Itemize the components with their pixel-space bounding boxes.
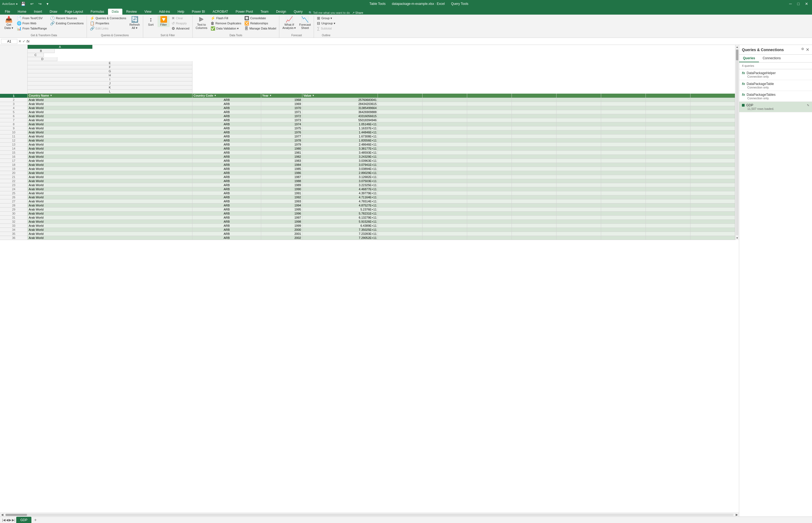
cell-f[interactable] [423,207,467,211]
cell-k[interactable] [646,167,690,171]
cell-l[interactable] [690,134,735,138]
cell-i[interactable] [557,199,601,203]
cell-j[interactable] [601,146,646,150]
cell-g[interactable] [467,126,512,130]
cell-value[interactable]: 3.03894E+11 [302,167,378,171]
cell-f[interactable] [423,118,467,122]
cell-country-code[interactable]: ARB [192,195,261,199]
cell-e[interactable] [378,223,423,228]
cell-country-code[interactable]: ARB [192,126,261,130]
share-button[interactable]: ↗ Share [352,11,363,15]
cell-year[interactable]: 1988 [261,179,302,183]
cell-year[interactable]: 2000 [261,228,302,232]
add-sheet-button[interactable]: + [32,517,39,523]
cell-value[interactable]: 3.03963E+11 [302,159,378,163]
remove-duplicates-button[interactable]: 🗑 Remove Duplicates [209,21,243,26]
scroll-up-button[interactable]: ▲ [736,45,739,49]
cell-year[interactable]: 1996 [261,211,302,215]
cell-k[interactable] [646,232,690,236]
tab-home[interactable]: Home [14,8,30,15]
cell-year[interactable]: 1976 [261,130,302,134]
data-validation-button[interactable]: ✅ Data Validation ▾ [209,26,243,31]
cell-f[interactable] [423,215,467,219]
cell-year[interactable]: 2001 [261,232,302,236]
cell-year[interactable]: 1969 [261,102,302,106]
cell-f[interactable] [423,142,467,146]
cell-k[interactable] [646,219,690,223]
search-ribbon[interactable]: 🔍 Tell me what you want to do [308,11,350,15]
header-country-name[interactable]: Country Name ▼ [28,94,192,98]
col-header-I[interactable]: I [28,77,192,82]
cell-h[interactable] [512,179,557,183]
cell-year[interactable]: 1970 [261,106,302,110]
from-table-button[interactable]: 📊 From Table/Range [15,26,48,31]
cell-k[interactable] [646,195,690,199]
cell-i[interactable] [557,138,601,142]
cell-value[interactable]: 3.22325E+11 [302,183,378,187]
nav-first-icon[interactable]: |◀ [2,518,5,522]
cell-h[interactable] [512,130,557,134]
cell-l[interactable] [690,232,735,236]
redo-button[interactable]: ↪ [37,1,43,6]
cell-year[interactable]: 1977 [261,134,302,138]
cell-l[interactable] [690,219,735,223]
cell-i[interactable] [557,219,601,223]
cell-l[interactable] [690,223,735,228]
cell-l[interactable] [690,138,735,142]
cell-k[interactable] [646,138,690,142]
cell-l[interactable] [690,171,735,175]
cell-h[interactable] [512,211,557,215]
cell-h[interactable] [512,215,557,219]
cell-year[interactable]: 1968 [261,98,302,102]
cell-country-code[interactable]: ARB [192,228,261,232]
cell-year[interactable]: 1980 [261,146,302,150]
cell-h[interactable] [512,134,557,138]
cell-country-name[interactable]: Arab World [28,114,192,118]
cell-i[interactable] [557,183,601,187]
cell-h[interactable] [512,110,557,114]
cell-f[interactable] [423,114,467,118]
scroll-track[interactable] [736,50,738,235]
cell-l[interactable] [690,150,735,155]
tab-file[interactable]: File [1,8,14,15]
cell-k[interactable] [646,187,690,191]
cell-f[interactable] [423,228,467,232]
cell-country-name[interactable]: Arab World [28,167,192,171]
cell-i[interactable] [557,171,601,175]
cell-e[interactable] [378,219,423,223]
tab-connections[interactable]: Connections [759,55,785,62]
cell-country-name[interactable]: Arab World [28,159,192,163]
cell-k[interactable] [646,134,690,138]
sort-button[interactable]: ↕️ Sort [145,16,157,27]
cell-l[interactable] [690,228,735,232]
cell-k[interactable] [646,106,690,110]
queries-connections-button[interactable]: ⚡ Queries & Connections [89,16,127,21]
cell-value[interactable]: 1.05146E+11 [302,122,378,126]
cell-h[interactable] [512,191,557,195]
cell-h[interactable] [512,236,557,240]
cell-g[interactable] [467,102,512,106]
cell-k[interactable] [646,163,690,167]
cell-k[interactable] [646,122,690,126]
cancel-formula-icon[interactable]: ✕ [18,39,21,43]
cell-l[interactable] [690,122,735,126]
cell-e[interactable] [378,179,423,183]
cell-f[interactable] [423,232,467,236]
cell-year[interactable]: 1986 [261,171,302,175]
cell-g[interactable] [467,199,512,203]
clear-button[interactable]: ✖ Clear [170,16,191,21]
cell-country-code[interactable]: ARB [192,179,261,183]
cell-year[interactable]: 1984 [261,163,302,167]
cell-g[interactable] [467,175,512,179]
tab-view[interactable]: View [141,8,155,15]
cell-l[interactable] [690,98,735,102]
get-data-button[interactable]: 📥 GetData ▾ [3,16,15,31]
cell-country-name[interactable]: Arab World [28,138,192,142]
cell-k[interactable] [646,142,690,146]
cell-f[interactable] [423,171,467,175]
cell-i[interactable] [557,126,601,130]
cell-j[interactable] [601,187,646,191]
col-header-K[interactable]: K [28,86,192,90]
col-header-J[interactable]: J [28,82,192,86]
cell-country-code[interactable]: ARB [192,191,261,195]
